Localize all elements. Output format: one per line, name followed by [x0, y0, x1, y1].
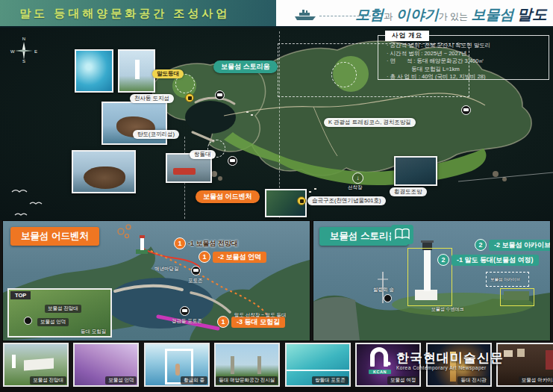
map-label-lighthouse: 말도등대	[152, 69, 184, 78]
gallery-caption: 등대 해양문화공간 전시실	[216, 376, 278, 385]
newspaper-subtitle: Korea Contemporary Art Newspaper	[396, 365, 504, 370]
map-label-angel: 천사동 도지섬	[130, 94, 174, 103]
map-label-dock: 선착장	[348, 184, 363, 190]
map-label-ssangdol: 쌍돌대	[190, 150, 216, 159]
title-conj1: 과	[384, 11, 393, 22]
inset-label-trail: 등대 모험길	[81, 329, 106, 335]
title-conj2: 가 있는	[439, 11, 468, 22]
map-label-hoenggyeongdo: 횡경도조망	[390, 187, 427, 196]
spot-number: 2	[475, 239, 487, 251]
camera-icon	[461, 105, 471, 115]
kcan-mark-icon	[369, 347, 391, 367]
archive-highlight-box	[500, 288, 534, 306]
spot-suffix: -2	[218, 253, 224, 261]
camera-icon	[191, 266, 201, 276]
inset-lighthouse-tower	[135, 60, 140, 79]
adventure-photozone2: 경관등 포토존	[172, 318, 202, 324]
adventure-panel: 보물섬 어드벤처 1 -1 보물섬 전망대 1 -2 보물섬 언덕 1 -3 등…	[3, 221, 310, 340]
storium-waterside-label: 보물섬 수변데크	[431, 306, 464, 312]
gallery-caption: 쌍돌대 포토존	[312, 376, 349, 385]
compass-w: W	[10, 49, 15, 55]
title-word3: 보물섬	[472, 7, 514, 22]
gallery-photo-bell: 황금의 종	[144, 343, 210, 387]
newspaper-title: 한국현대미술신문	[396, 351, 504, 365]
inset-photo-hoenggyeongdo	[394, 156, 437, 186]
inset-photo-lighthouse	[118, 49, 155, 93]
gallery-caption: 황금의 종	[181, 376, 207, 385]
camera-icon	[215, 90, 225, 100]
overview-line: · 시간적 범위 : 2025년 ~ 2027년	[387, 50, 490, 58]
title-word1: 모험	[355, 7, 384, 22]
inset-label-observatory: 보물섬 전망대	[45, 305, 81, 313]
newspaper-logo: KCAN 한국현대미술신문 Korea Contemporary Art New…	[369, 347, 549, 374]
spot-number: 1	[199, 251, 210, 263]
dock-arrow-icon: ↓	[352, 172, 363, 184]
photo-person-shape	[175, 364, 180, 376]
gallery-photo-hill: 보물섬 언덕	[73, 343, 139, 387]
archive-dashed-box: 보물섬 아카이브	[486, 272, 529, 287]
adventure-top-inset: TOP 보물섬 전망대 보물섬 언덕 등대 모험길	[7, 288, 112, 337]
spot-suffix: -3	[237, 318, 243, 326]
spot-suffix: -2	[494, 241, 500, 249]
camera-icon	[180, 306, 190, 316]
map-label-trail: K 관광섬 트레킹코스, 경치조망길	[324, 118, 416, 127]
compass-e: E	[34, 49, 37, 55]
adventure-trail-note: 백년마당길	[154, 266, 179, 272]
compass-rose: N W E S	[10, 37, 37, 64]
photo-pool-edge-shape	[287, 370, 351, 371]
overview-line: 등대 모험길 L=1km	[387, 66, 490, 74]
monument-icon	[185, 93, 194, 102]
overview-line: · 면 적 : 등대 해양문화공간 3,400㎡	[387, 57, 490, 66]
adventure-route-note: 말도 선착장 ~ 말도 등대	[234, 312, 287, 318]
gallery-caption: 보물섬 여정	[387, 376, 419, 385]
monument-icon	[297, 196, 306, 205]
gallery-caption: 보물섬 전망대	[30, 376, 66, 385]
map-zone-storium: 보물섬 스토리움	[213, 60, 278, 73]
spot-number: 1	[217, 316, 229, 328]
poster-root: 말도 등대해양문화공간 조성사업 모험과 이야기가 있는 보물섬 말도	[0, 0, 553, 392]
book-icon	[391, 225, 413, 244]
project-overview-lines: · 공간적 범위 : 전북 군산시 옥도면 말도리 · 시간적 범위 : 202…	[387, 42, 490, 81]
spot-number: 2	[437, 254, 449, 266]
kcan-badge: KCAN	[369, 370, 391, 374]
gallery-caption: 보물섬 언덕	[105, 376, 137, 385]
spot-suffix: -1	[457, 256, 463, 264]
inset-breakwater-structure	[173, 168, 196, 175]
map-zone-adventure: 보물섬 어드벤처	[196, 190, 260, 203]
project-badge: 말도 등대해양문화공간 조성사업	[0, 0, 276, 27]
gallery-photo-pool: 쌍돌대 포토존	[285, 343, 351, 387]
gallery-caption: 등대 전시관	[457, 376, 489, 385]
spot-label: 말도 등대(보물섬 여정)	[465, 256, 534, 264]
photo-building-shape	[24, 358, 54, 371]
spot-suffix: -1	[188, 240, 194, 247]
overview-line: · 공간적 범위 : 전북 군산시 옥도면 말도리	[387, 42, 490, 50]
camera-icon	[228, 156, 237, 166]
map-label-tando: 탄도(코끼리섬)	[133, 130, 179, 139]
photo-pillar-shape	[231, 356, 234, 374]
storium-forest-label: 힐링의 숲	[373, 287, 394, 293]
inset-photo-blue-pools	[75, 49, 113, 93]
adventure-title: 보물섬 어드벤처	[10, 227, 99, 246]
adventure-photozone1: 포토존	[188, 278, 203, 284]
spot-label: 보물섬 아카이브	[502, 241, 550, 249]
bottom-bar	[0, 387, 553, 392]
inset-label-hill: 보물섬 언덕	[37, 318, 69, 326]
gallery-photo-exhibit-garden: 등대 해양문화공간 전시실	[214, 343, 280, 387]
storium-panel: 보물섬 스토리움 보물섬 아카이브 2 -1 말도 등대(보물섬 여정) 2 -…	[313, 221, 550, 340]
project-overview-title: 사업 개요	[385, 31, 429, 41]
inset-tando-rock-shape	[84, 167, 125, 189]
spot-number: 1	[174, 237, 186, 249]
spot-label: 등대 모험길	[245, 318, 281, 326]
spot-label: 보물섬 전망대	[196, 240, 239, 247]
compass-s: S	[10, 59, 37, 64]
main-title: 모험과 이야기가 있는 보물섬 말도	[355, 4, 547, 25]
gallery-caption: 보물섬 아카이브	[519, 376, 553, 385]
inset-photo-tando-rock	[72, 150, 136, 193]
storium-spot-2: 2 -2 보물섬 아카이브	[475, 239, 550, 251]
location-pin-icon	[24, 317, 32, 325]
photo-pillar-shape	[257, 356, 261, 374]
adventure-spot-1: 1 -1 보물섬 전망대	[174, 237, 238, 249]
ship-icon	[293, 7, 318, 21]
storium-spot-1: 2 -1 말도 등대(보물섬 여정)	[437, 254, 539, 266]
compass-n: N	[10, 37, 37, 42]
